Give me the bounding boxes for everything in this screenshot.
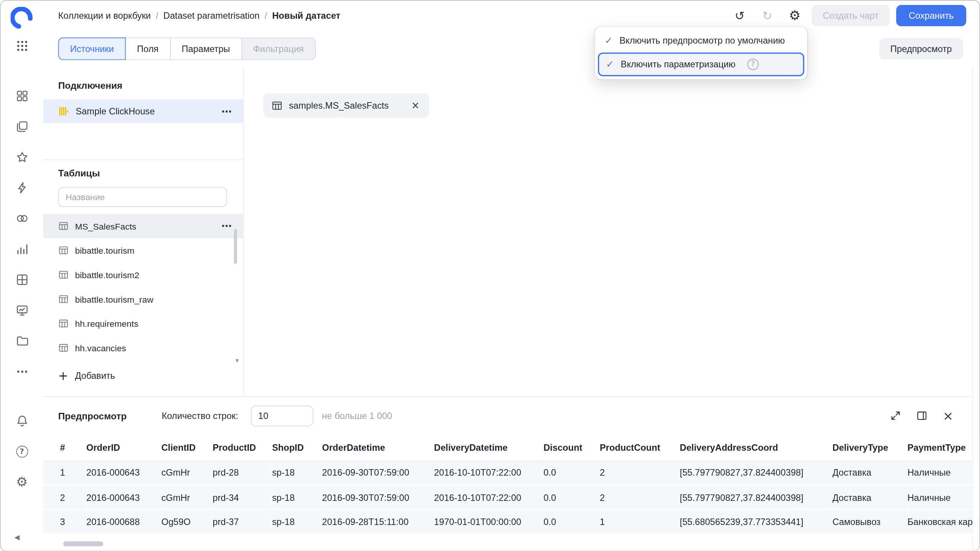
breadcrumb-current: Новый датасет xyxy=(272,11,340,21)
table-list-item[interactable]: bibattle.tourism xyxy=(43,238,243,262)
gear-icon: ⚙ xyxy=(789,9,801,22)
preview-toggle-button[interactable]: Предпросмотр xyxy=(879,38,963,59)
rail-settings-button[interactable]: ⚙ xyxy=(11,471,33,493)
source-table-name: samples.MS_SalesFacts xyxy=(289,100,389,110)
nav-charts-button[interactable] xyxy=(11,238,33,260)
table-cell: 1 xyxy=(43,461,87,485)
remove-source-button[interactable]: × xyxy=(411,100,420,110)
save-button[interactable]: Сохранить xyxy=(896,5,966,26)
nav-files-button[interactable] xyxy=(11,329,33,352)
table-list-item[interactable]: bibattle.tourism_raw xyxy=(43,287,243,311)
horizontal-scrollbar[interactable] xyxy=(58,541,968,546)
table-cell: prd-28 xyxy=(212,461,272,485)
help-button[interactable]: ? xyxy=(11,440,33,463)
preview-actions: × xyxy=(888,408,956,423)
plus-icon: + xyxy=(58,370,68,381)
column-header: OrderDatetime xyxy=(322,434,434,461)
nav-dashboards-button[interactable] xyxy=(11,299,33,321)
preview-header: Предпросмотр Количество строк: не больше… xyxy=(43,397,980,434)
nav-datasets-button[interactable] xyxy=(11,268,33,291)
table-cell: [55.797790827,37.824400398] xyxy=(680,485,833,510)
table-name: hh.requirements xyxy=(75,318,138,328)
split-view-button[interactable] xyxy=(914,408,929,423)
table-cell: 2 xyxy=(600,461,680,485)
panel-divider xyxy=(43,160,243,160)
table-cell: [55.797790827,37.824400398] xyxy=(680,461,833,485)
help-tooltip-icon[interactable]: ? xyxy=(747,59,758,70)
nav-tiles-button[interactable] xyxy=(11,85,33,107)
table-cell: prd-37 xyxy=(212,509,272,534)
connection-item[interactable]: Sample ClickHouse ⋯ xyxy=(43,99,243,123)
close-preview-button[interactable]: × xyxy=(941,408,956,423)
table-search-input[interactable] xyxy=(58,187,227,207)
tiles-icon xyxy=(15,89,28,102)
scroll-down-chevron-icon[interactable]: ▾ xyxy=(235,357,239,364)
table-cell: cGmHr xyxy=(161,461,212,485)
vertical-scrollbar[interactable] xyxy=(972,66,979,551)
column-header: ShopID xyxy=(272,434,322,461)
table-cell: Банковская карта xyxy=(907,509,979,534)
grid-icon xyxy=(15,273,28,286)
main-area: Подключения Sample ClickHouse ⋯ Таблицы xyxy=(43,66,980,396)
nav-connections-button[interactable] xyxy=(11,207,33,230)
breadcrumb-collections[interactable]: Коллекции и воркбуки xyxy=(58,11,151,21)
help-icon: ? xyxy=(16,445,28,457)
nav-more-button[interactable] xyxy=(11,360,33,383)
tables-title: Таблицы xyxy=(58,168,243,178)
tab-filtering[interactable]: Фильтрация xyxy=(241,37,315,60)
table-list-item[interactable]: hh.requirements xyxy=(43,311,243,336)
expand-preview-button[interactable] xyxy=(888,408,903,423)
tables-scrollbar-thumb[interactable] xyxy=(234,229,237,264)
column-header: # xyxy=(43,434,87,461)
datalens-logo[interactable] xyxy=(11,7,33,29)
nav-favorites-button[interactable] xyxy=(11,146,33,168)
monitor-icon xyxy=(15,303,28,316)
breadcrumb-workbook[interactable]: Dataset parametrisation xyxy=(163,11,260,21)
table-cell: 2016-09-30T07:59:00 xyxy=(322,485,434,510)
notifications-button[interactable] xyxy=(11,409,33,432)
table-header-row: # OrderID ClientID ProductID ShopID Orde… xyxy=(43,434,980,461)
table-icon xyxy=(58,245,69,256)
table-cell: 2016-000643 xyxy=(86,485,161,510)
connection-menu-button[interactable]: ⋯ xyxy=(221,106,232,117)
redo-button[interactable]: ↻ xyxy=(756,5,778,26)
table-menu-button[interactable]: ⋯ xyxy=(221,221,232,231)
collapse-rail-button[interactable]: ◀ xyxy=(15,534,20,541)
row-count-input[interactable] xyxy=(251,405,313,426)
tab-fields[interactable]: Поля xyxy=(125,37,170,60)
connections-title: Подключения xyxy=(58,80,243,91)
table-cell: cGmHr xyxy=(161,485,212,510)
nav-quick-actions-button[interactable] xyxy=(11,176,33,199)
nav-layers-button[interactable] xyxy=(11,115,33,138)
column-header: Discount xyxy=(544,434,600,461)
table-list-item[interactable]: MS_SalesFacts ⋯ xyxy=(43,214,243,238)
menu-item-default-preview[interactable]: ✓ Включить предпросмотр по умолчанию xyxy=(598,30,804,51)
content-area: Коллекции и воркбуки / Dataset parametri… xyxy=(43,1,980,551)
rings-icon xyxy=(15,212,28,225)
table-cell: 1 xyxy=(600,509,680,534)
table-icon xyxy=(58,269,69,280)
apps-grid-button[interactable] xyxy=(11,34,33,57)
breadcrumb: Коллекции и воркбуки / Dataset parametri… xyxy=(58,11,340,21)
create-chart-button[interactable]: Создать чарт xyxy=(812,5,890,26)
table-cell: Доставка xyxy=(832,461,907,485)
tab-sources[interactable]: Источники xyxy=(58,37,126,60)
table-cell: 2016-10-10T07:22:00 xyxy=(434,461,544,485)
menu-item-label: Включить параметризацию xyxy=(621,59,736,69)
apps-grid-icon xyxy=(15,39,28,52)
rail-bottom-group: ? ⚙ xyxy=(11,409,33,493)
question-glyph: ? xyxy=(751,61,755,68)
source-table-chip[interactable]: samples.MS_SalesFacts × xyxy=(263,93,429,117)
add-table-button[interactable]: + Добавить xyxy=(58,366,243,385)
table-list-item[interactable]: bibattle.tourism2 xyxy=(43,262,243,287)
table-icon xyxy=(271,100,283,111)
dataset-settings-button[interactable]: ⚙ xyxy=(784,5,805,26)
table-row: 3 2016-000688 Og59O prd-37 sp-18 2016-09… xyxy=(43,509,980,534)
table-list-item[interactable]: hh.vacancies xyxy=(43,336,243,360)
breadcrumb-separator: / xyxy=(265,11,267,21)
horizontal-scrollbar-thumb[interactable] xyxy=(63,541,103,546)
tab-parameters[interactable]: Параметры xyxy=(170,37,242,60)
table-icon xyxy=(58,294,69,305)
undo-button[interactable]: ↺ xyxy=(729,5,751,26)
menu-item-parametrisation[interactable]: ✓ Включить параметризацию ? xyxy=(598,52,804,76)
